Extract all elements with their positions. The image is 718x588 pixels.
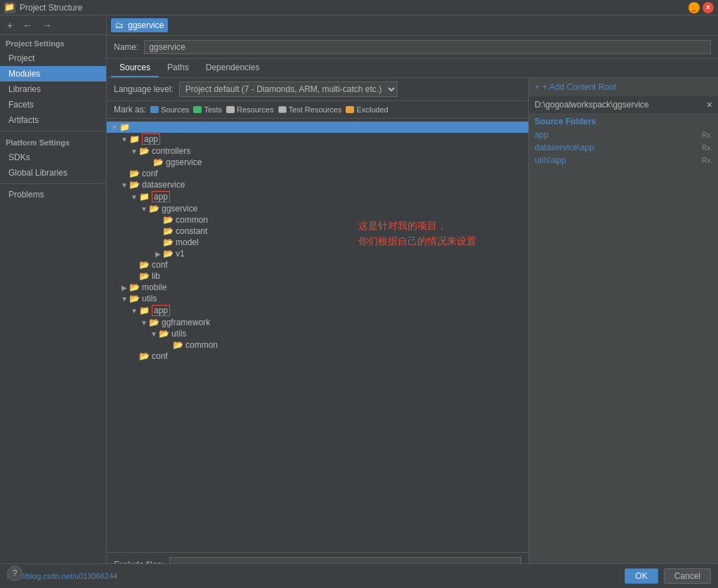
help-button[interactable]: ? (7, 566, 22, 581)
mark-sources[interactable]: Sources (150, 105, 189, 114)
lang-level-label: Language level: (114, 84, 174, 94)
right-panel: Name: Sources Paths Dependencies Languag… (107, 36, 718, 588)
tree-toggle-controllers[interactable]: ▼ (129, 148, 139, 155)
tree-row-app3[interactable]: ▼ 📁 app (107, 304, 528, 317)
window-title: Project Structure (20, 3, 688, 13)
tree-row-root[interactable]: ▼ 📁 D:\gogoalworkspack\ggservice (107, 122, 528, 133)
ok-button[interactable]: OK (625, 568, 658, 584)
add-button[interactable]: + (4, 18, 15, 32)
tree-folder-icon-model: 📂 (163, 237, 174, 247)
tree-toggle-ggservice2[interactable]: ▼ (139, 205, 149, 213)
tree-row-app1[interactable]: ▼ 📁 app (107, 133, 528, 145)
info-path-header: D:\gogoalworkspack\ggservice × (529, 96, 718, 113)
mark-resources[interactable]: Resources (226, 105, 274, 114)
tree-toggle-app2[interactable]: ▼ (129, 193, 139, 201)
tree-toggle-mobile[interactable]: ▶ (119, 284, 129, 292)
source-folders-header: Source Folders (529, 113, 718, 129)
mark-test-resources[interactable]: Test Resources (278, 105, 342, 114)
excluded-badge-label: Excluded (356, 105, 388, 114)
dialog-footer: http://blog.csdn.net/u013066244 OK Cance… (0, 563, 718, 588)
file-tree[interactable]: ▼ 📁 D:\gogoalworkspack\ggservice ▼ 📁 app (107, 119, 528, 552)
sources-badge-label: Sources (161, 105, 189, 114)
mark-as-row: Mark as: Sources Tests Res (107, 101, 528, 119)
tree-toggle-dataservice[interactable]: ▼ (119, 181, 129, 189)
resources-badge-label: Resources (237, 105, 274, 114)
forward-button[interactable]: → (39, 18, 55, 32)
tree-row-app2[interactable]: ▼ 📁 app (107, 190, 528, 203)
module-item-ggservice[interactable]: 🗂 ggservice (111, 18, 168, 32)
tree-row-utils2[interactable]: ▼ 📂 utils (107, 328, 528, 339)
tab-sources[interactable]: Sources (111, 59, 159, 77)
name-input[interactable] (144, 40, 711, 54)
tree-row-v1[interactable]: ▶ 📂 v1 (107, 248, 528, 259)
tree-row-conf2[interactable]: ▼ 📂 conf (107, 259, 528, 270)
tree-text-app3: app (152, 305, 170, 316)
lang-level-row: Language level: Project default (7 - Dia… (107, 78, 528, 101)
testres-badge-label: Test Resources (289, 105, 342, 114)
tab-dependencies[interactable]: Dependencies (197, 59, 268, 77)
tree-row-ggframework[interactable]: ▼ 📂 ggframework (107, 317, 528, 328)
mark-excluded[interactable]: Excluded (346, 105, 388, 114)
back-button[interactable]: ← (20, 18, 35, 32)
info-path-text: D:\gogoalworkspack\ggservice (535, 100, 649, 110)
tree-text-lib: lib (152, 271, 160, 281)
tree-row-conf3[interactable]: ▼ 📂 conf (107, 351, 528, 362)
tree-row-utils1[interactable]: ▼ 📂 utils (107, 293, 528, 304)
info-panel: + + Add Content Root D:\gogoalworkspack\… (528, 78, 718, 588)
sidebar-item-global-libraries[interactable]: Global Libraries (0, 165, 106, 181)
sidebar-item-sdks[interactable]: SDKs (0, 150, 106, 165)
tree-text-utils1: utils (142, 294, 157, 303)
tree-toggle-utils1[interactable]: ▼ (119, 295, 129, 303)
tree-row-ggservice1[interactable]: ▼ 📂 ggservice (107, 157, 528, 168)
source-folder-item-1: dataservice\app Rx. (529, 141, 718, 154)
tree-row-common2[interactable]: ▼ 📂 common (107, 339, 528, 351)
tree-toggle-app1[interactable]: ▼ (119, 136, 129, 143)
tree-row-model[interactable]: ▼ 📂 model (107, 237, 528, 248)
tree-area: Language level: Project default (7 - Dia… (107, 78, 528, 588)
source-folder-rx-2[interactable]: Rx. (702, 157, 712, 164)
tab-paths[interactable]: Paths (159, 59, 197, 77)
source-folder-rx-1[interactable]: Rx. (702, 144, 712, 152)
sidebar-item-libraries[interactable]: Libraries (0, 81, 106, 97)
tree-folder-icon-common1: 📂 (163, 215, 174, 225)
tree-toggle-root[interactable]: ▼ (110, 124, 119, 131)
tree-row-common1[interactable]: ▼ 📂 common (107, 214, 528, 226)
tree-text-conf2: conf (152, 260, 168, 270)
sidebar-item-problems[interactable]: Problems (0, 187, 106, 202)
tree-row-mobile[interactable]: ▶ 📂 mobile (107, 282, 528, 293)
sources-dot (150, 106, 159, 113)
source-folder-rx-0[interactable]: Rx. (702, 131, 712, 139)
tree-text-controllers: controllers (152, 146, 190, 156)
tree-row-lib[interactable]: ▼ 📂 lib (107, 270, 528, 282)
source-folder-path-1: dataservice\app (535, 143, 594, 152)
tabs-bar: Sources Paths Dependencies (107, 59, 718, 78)
tree-text-model: model (176, 237, 199, 247)
lang-level-select[interactable]: Project default (7 - Diamonds, ARM, mult… (179, 81, 398, 97)
sidebar-item-facets[interactable]: Facets (0, 97, 106, 112)
tests-dot (193, 106, 202, 113)
minimize-button[interactable]: _ (688, 2, 700, 13)
mark-tests[interactable]: Tests (193, 105, 222, 114)
tree-toggle-v1[interactable]: ▶ (153, 250, 163, 258)
sidebar-item-project[interactable]: Project (0, 51, 106, 66)
sidebar-item-modules[interactable]: Modules (0, 66, 106, 81)
info-close-button[interactable]: × (707, 99, 712, 110)
tree-toggle-app3[interactable]: ▼ (129, 307, 139, 315)
name-label: Name: (114, 42, 138, 52)
tree-toggle-ggframework[interactable]: ▼ (139, 319, 149, 327)
sidebar-item-artifacts[interactable]: Artifacts (0, 112, 106, 128)
tree-toggle-utils2[interactable]: ▼ (149, 330, 159, 338)
tree-text-common1: common (176, 215, 208, 225)
tree-row-dataservice[interactable]: ▼ 📂 dataservice (107, 179, 528, 190)
module-list-area: 🗂 ggservice (107, 15, 718, 36)
platform-settings-header: Platform Settings (0, 134, 106, 150)
tree-row-ggservice2[interactable]: ▼ 📂 ggservice (107, 203, 528, 214)
cancel-button[interactable]: Cancel (664, 568, 711, 584)
add-content-root-btn[interactable]: + + Add Content Root (529, 78, 718, 96)
tree-row-conf1[interactable]: ▼ 📂 conf (107, 168, 528, 179)
tree-row-constant[interactable]: ▼ 📂 constant (107, 226, 528, 237)
tree-folder-icon-mobile: 📂 (129, 282, 140, 292)
close-button[interactable]: × (703, 2, 714, 13)
tree-folder-icon-app1: 📁 (129, 134, 140, 144)
tree-row-controllers[interactable]: ▼ 📂 controllers (107, 145, 528, 157)
